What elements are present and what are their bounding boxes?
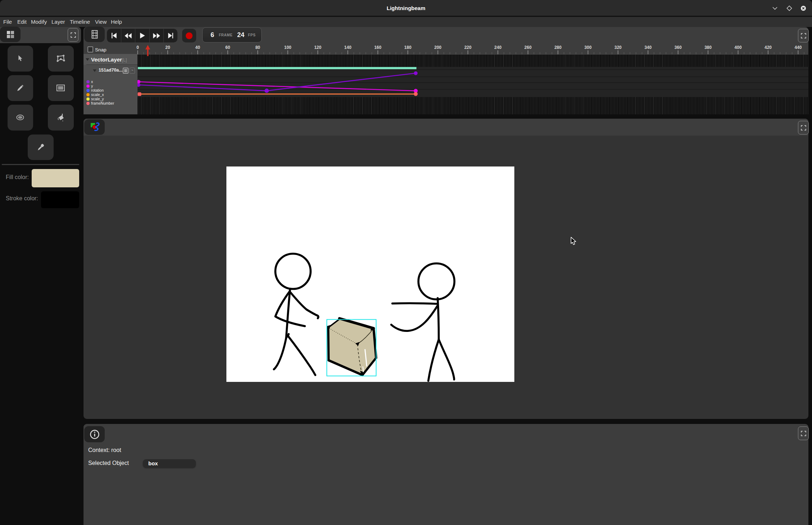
svg-text:380: 380 [704,45,712,50]
svg-text:200: 200 [434,45,441,50]
svg-text:280: 280 [554,45,561,50]
svg-text:400: 400 [735,45,742,50]
svg-text:300: 300 [585,45,592,50]
svg-text:60: 60 [225,45,230,50]
svg-text:120: 120 [314,45,321,50]
svg-text:40: 40 [195,45,200,50]
svg-text:240: 240 [494,45,501,50]
svg-text:340: 340 [644,45,651,50]
svg-text:260: 260 [524,45,532,50]
svg-text:0: 0 [136,45,139,50]
svg-text:360: 360 [675,45,682,50]
svg-text:440: 440 [794,45,802,50]
svg-text:220: 220 [464,45,472,50]
svg-text:140: 140 [344,45,351,50]
svg-text:420: 420 [764,45,772,50]
svg-text:320: 320 [614,45,622,50]
svg-text:20: 20 [165,45,170,50]
svg-text:180: 180 [404,45,411,50]
svg-text:80: 80 [255,45,260,50]
svg-text:160: 160 [374,45,382,50]
svg-text:100: 100 [284,45,291,50]
